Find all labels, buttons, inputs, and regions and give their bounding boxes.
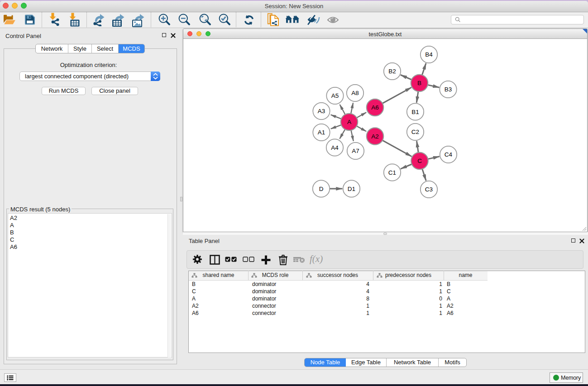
svg-text:A: A — [347, 119, 351, 125]
svg-text:B3: B3 — [445, 86, 452, 93]
svg-text:A7: A7 — [352, 148, 359, 154]
svg-text:C1: C1 — [388, 169, 396, 176]
svg-text:A5: A5 — [331, 92, 339, 99]
svg-text:B2: B2 — [388, 68, 396, 75]
svg-text:A8: A8 — [351, 90, 359, 96]
svg-text:C3: C3 — [425, 186, 433, 193]
svg-text:A3: A3 — [318, 108, 325, 114]
svg-text:A1: A1 — [318, 129, 325, 136]
svg-text:D1: D1 — [348, 186, 355, 192]
svg-text:B: B — [417, 80, 421, 86]
svg-text:D: D — [319, 186, 324, 192]
svg-text:C: C — [417, 157, 422, 164]
svg-text:B1: B1 — [411, 109, 419, 115]
svg-text:C2: C2 — [411, 129, 419, 135]
svg-text:B4: B4 — [425, 51, 433, 58]
svg-text:A4: A4 — [331, 144, 339, 151]
svg-text:C4: C4 — [445, 151, 453, 158]
svg-text:A6: A6 — [371, 104, 379, 111]
svg-text:A2: A2 — [371, 133, 379, 140]
